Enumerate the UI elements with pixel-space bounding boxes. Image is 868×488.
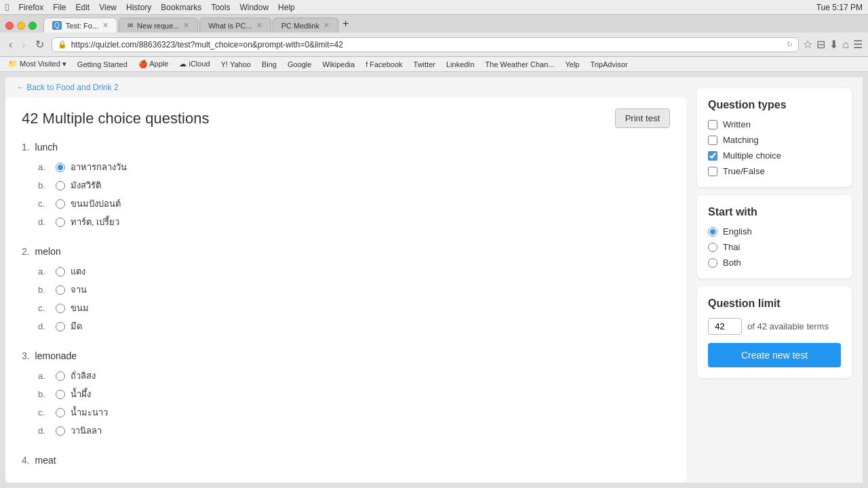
answer-2c[interactable]: c. ขนม: [22, 299, 670, 317]
checkbox-true-false-input[interactable]: [708, 167, 717, 176]
maximize-window-button[interactable]: [28, 22, 37, 30]
bookmark-yahoo[interactable]: Y! Yahoo: [218, 60, 254, 69]
radio-2d[interactable]: [56, 322, 65, 331]
tab-gmail[interactable]: ✉ New reque... ✕: [119, 18, 198, 33]
bookmark-weather[interactable]: The Weather Chan...: [483, 60, 557, 69]
radio-1a[interactable]: [56, 163, 65, 172]
back-button[interactable]: ‹: [5, 37, 16, 52]
radio-2c[interactable]: [56, 304, 65, 313]
page-title: 42 Multiple choice questions: [22, 110, 209, 127]
forward-button[interactable]: ›: [18, 37, 28, 52]
menu-history[interactable]: History: [126, 3, 151, 12]
radio-1b[interactable]: [56, 181, 65, 190]
menu-bookmarks[interactable]: Bookmarks: [161, 3, 201, 12]
answer-1a[interactable]: a. อาหารกลางวัน: [22, 158, 670, 176]
home-icon[interactable]: ⌂: [842, 39, 849, 51]
answer-text-2d: มีด: [71, 319, 82, 333]
checkbox-written[interactable]: Written: [708, 119, 841, 129]
answer-1c[interactable]: c. ขนมปังบ่อนต์: [22, 195, 670, 213]
download-icon[interactable]: ⬇: [829, 38, 838, 51]
answer-text-1d: ทาร์ต, เปรี้ยว: [71, 215, 119, 229]
menu-view[interactable]: View: [99, 3, 117, 12]
answer-1d[interactable]: d. ทาร์ต, เปรี้ยว: [22, 213, 670, 231]
tab-pcmedlink[interactable]: PC Medlink ✕: [273, 18, 338, 33]
checkbox-matching-input[interactable]: [708, 136, 717, 145]
question-number-1: 1.: [22, 142, 30, 152]
radio-thai-input[interactable]: [708, 243, 717, 252]
radio-english[interactable]: English: [708, 226, 841, 237]
bookmark-twitter-label: Twitter: [414, 60, 435, 68]
radio-2a[interactable]: [56, 267, 65, 277]
checkbox-matching[interactable]: Matching: [708, 135, 841, 145]
tab-test[interactable]: Q Test: Fo... ✕: [43, 18, 117, 33]
radio-2b[interactable]: [56, 285, 65, 295]
reader-view-icon[interactable]: ⊟: [816, 38, 825, 51]
print-test-button[interactable]: Print test: [615, 108, 670, 128]
radio-3c[interactable]: [56, 408, 65, 418]
bookmark-facebook[interactable]: f Facebook: [363, 60, 405, 69]
radio-3a[interactable]: [56, 371, 65, 381]
back-link-bar[interactable]: ← Back to Food and Drink 2: [5, 77, 686, 98]
create-test-button[interactable]: Create new test: [708, 343, 841, 367]
menu-file[interactable]: File: [53, 3, 66, 12]
menu-window[interactable]: Window: [239, 3, 269, 12]
new-tab-button[interactable]: +: [342, 18, 349, 30]
bookmark-yelp-label: Yelp: [565, 60, 579, 68]
bookmark-star-icon[interactable]: ☆: [803, 38, 812, 51]
question-limit-input[interactable]: [708, 318, 742, 335]
menu-firefox[interactable]: Firefox: [18, 3, 43, 12]
tab-gmail-label: New reque...: [137, 22, 179, 30]
tab-close-icon[interactable]: ✕: [102, 21, 108, 30]
radio-1c[interactable]: [56, 199, 65, 209]
checkbox-written-input[interactable]: [708, 120, 717, 129]
radio-english-input[interactable]: [708, 227, 717, 237]
bookmark-google[interactable]: Google: [285, 60, 314, 69]
bookmark-bing[interactable]: Bing: [259, 60, 279, 69]
tab-whatispc[interactable]: What is PC... ✕: [199, 18, 271, 33]
radio-both-input[interactable]: [708, 258, 717, 268]
bookmark-tripadvisor-label: TripAdvisor: [590, 60, 627, 68]
menu-edit[interactable]: Edit: [76, 3, 90, 12]
menu-help[interactable]: Help: [278, 3, 295, 12]
address-bar[interactable]: 🔒 https://quizlet.com/88636323/test?mult…: [52, 37, 800, 52]
apple-menu[interactable]: : [5, 1, 9, 13]
answer-2b[interactable]: b. จาน: [22, 281, 670, 299]
answer-2a[interactable]: a. แตง: [22, 262, 670, 281]
radio-both[interactable]: Both: [708, 258, 841, 268]
bookmark-getting-started[interactable]: Getting Started: [75, 60, 130, 69]
checkbox-true-false[interactable]: True/False: [708, 166, 841, 176]
bookmark-twitter[interactable]: Twitter: [411, 60, 438, 69]
back-link[interactable]: ← Back to Food and Drink 2: [16, 83, 119, 92]
bookmark-linkedin[interactable]: LinkedIn: [443, 60, 477, 69]
answer-3b[interactable]: b. น้ำผึ้ง: [22, 385, 670, 403]
bookmark-yelp[interactable]: Yelp: [562, 60, 582, 69]
browser-chrome: Q Test: Fo... ✕ ✉ New reque... ✕ What is…: [0, 15, 868, 57]
answer-1b[interactable]: b. มังสวิรัติ: [22, 176, 670, 195]
tab-pcmedlink-close[interactable]: ✕: [323, 21, 330, 30]
answer-3a[interactable]: a. ถั่วลิสง: [22, 367, 670, 385]
checkbox-multiple-choice[interactable]: Multiple choice: [708, 150, 841, 161]
menu-icon[interactable]: ☰: [853, 38, 863, 51]
radio-1d[interactable]: [56, 218, 65, 227]
minimize-window-button[interactable]: [17, 22, 25, 30]
reload-button[interactable]: ↻: [32, 37, 47, 52]
radio-3d[interactable]: [56, 426, 65, 436]
answer-text-3b: น้ำผึ้ง: [71, 387, 91, 401]
url-text: https://quizlet.com/88636323/test?mult_c…: [71, 40, 783, 49]
bookmark-most-visited[interactable]: 📁 Most Visited ▾: [5, 59, 69, 69]
tab-gmail-close[interactable]: ✕: [183, 21, 189, 30]
question-number-3: 3.: [22, 350, 30, 361]
answer-3d[interactable]: d. วานิลลา: [22, 422, 670, 440]
checkbox-multiple-choice-input[interactable]: [708, 151, 717, 161]
tab-whatispc-close[interactable]: ✕: [256, 21, 262, 30]
bookmark-wikipedia[interactable]: Wikipedia: [319, 60, 357, 69]
radio-thai[interactable]: Thai: [708, 242, 841, 252]
bookmark-tripadvisor[interactable]: TripAdvisor: [587, 60, 630, 69]
radio-3b[interactable]: [56, 390, 65, 399]
bookmark-icloud[interactable]: ☁ iCloud: [176, 59, 212, 69]
answer-2d[interactable]: d. มีด: [22, 317, 670, 336]
answer-3c[interactable]: c. น้ำมะนาว: [22, 403, 670, 422]
menu-tools[interactable]: Tools: [211, 3, 230, 12]
close-window-button[interactable]: [5, 22, 14, 30]
bookmark-apple[interactable]: 🍎 Apple: [136, 59, 172, 69]
